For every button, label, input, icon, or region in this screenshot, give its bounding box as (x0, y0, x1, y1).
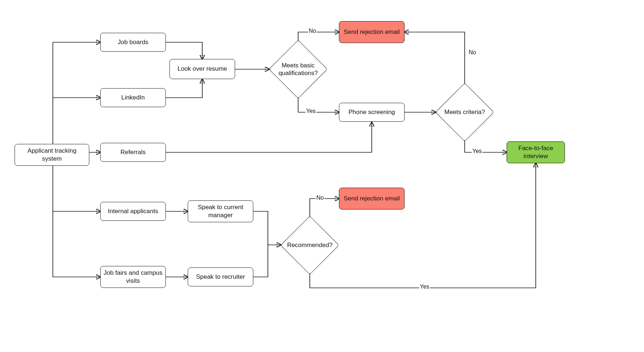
decision-meets-basic-qualifications: Meets basic qualifications? (269, 41, 327, 98)
node-internal-applicants: Internal applicants (100, 202, 166, 221)
edge-label-no: No (308, 28, 317, 34)
edge-label-yes: Yes (305, 108, 316, 114)
node-speak-recruiter: Speak to recruiter (188, 267, 253, 286)
decision-label: Meets basic qualifications? (274, 62, 322, 77)
node-send-rejection-email-1: Send rejection email (339, 21, 405, 43)
node-face-to-face-interview: Face-to-face interview (507, 141, 565, 163)
node-send-rejection-email-2: Send rejection email (339, 188, 405, 210)
node-applicant-tracking-system: Applicant tracking system (15, 144, 89, 166)
edge-label-yes: Yes (472, 148, 483, 155)
node-speak-current-manager: Speak to current manager (188, 200, 253, 222)
flowchart-canvas: Applicant tracking system Job boards Lin… (0, 0, 644, 352)
node-phone-screening: Phone screening (339, 103, 405, 122)
decision-label: Meets criteria? (441, 108, 488, 116)
node-job-fairs: Job fairs and campus visits (100, 266, 166, 288)
node-look-over-resume: Look over resume (169, 59, 235, 79)
decision-recommended: Recommended? (281, 217, 339, 274)
decision-label: Recommended? (286, 241, 333, 249)
node-linkedin: LinkedIn (100, 88, 166, 107)
decision-meets-criteria: Meets criteria? (436, 84, 494, 141)
edge-label-no: No (316, 195, 324, 201)
node-referrals: Referrals (100, 143, 166, 162)
edge-label-no: No (468, 49, 477, 56)
edge-label-yes: Yes (419, 283, 430, 290)
node-job-boards: Job boards (100, 33, 166, 52)
